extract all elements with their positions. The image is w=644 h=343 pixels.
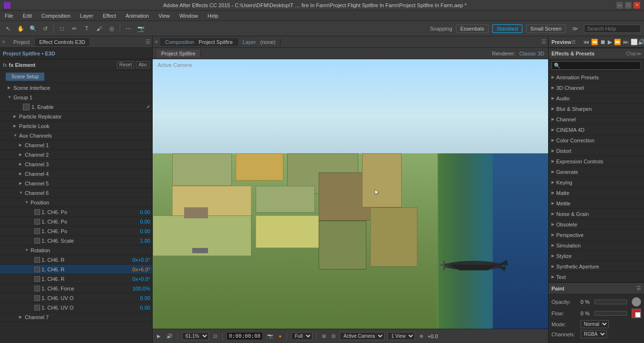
effect-cat-stylize[interactable]: Stylize — [549, 251, 644, 261]
prop-ch6-pos3[interactable]: 1. CH6. Po 0.00 — [0, 226, 152, 236]
workspace-standard[interactable]: Standard — [492, 24, 522, 33]
paint-menu[interactable]: ☰ — [636, 285, 641, 291]
effect-cat-matte[interactable]: Matte — [549, 188, 644, 198]
effect-cat-generate[interactable]: Generate — [549, 167, 644, 177]
prop-rotation[interactable]: Rotation — [0, 246, 152, 255]
prop-aux-channels[interactable]: Aux Channels — [0, 131, 152, 140]
opacity-slider[interactable] — [594, 300, 627, 304]
prop-channel3[interactable]: Channel 3 — [0, 160, 152, 169]
effect-reset-btn[interactable]: Reset — [117, 61, 134, 68]
effect-cat-synthetic-aperture[interactable]: Synthetic Aperture — [549, 261, 644, 272]
preview-prev[interactable]: ⏪ — [591, 39, 598, 45]
effect-cat-color-correction[interactable]: Color Correction — [549, 135, 644, 146]
effect-cat-text[interactable]: Text — [549, 272, 644, 282]
mode-select[interactable]: Normal — [581, 320, 609, 328]
effect-cat-cinema4d[interactable]: CINEMA 4D — [549, 125, 644, 135]
view-dropdown[interactable]: 1 View — [387, 332, 415, 340]
comp-title-tab[interactable]: Project Spitfire — [156, 50, 201, 57]
color-swatch-red[interactable] — [632, 309, 641, 318]
project-tab-close[interactable]: ✕ — [2, 40, 7, 44]
prop-ch6-rot2[interactable]: 1. CH6. R 0x+6.0° — [0, 265, 152, 274]
menu-window[interactable]: Window — [177, 12, 200, 20]
search-help-input[interactable] — [584, 24, 641, 33]
menu-animation[interactable]: Animation — [124, 12, 151, 20]
prop-enable[interactable]: 1. Enable ✓ — [0, 102, 152, 112]
preview-play[interactable]: ▶ — [608, 39, 612, 45]
prop-group1[interactable]: Group 1 — [0, 93, 152, 102]
effect-cat-3d-channel[interactable]: 3D Channel — [549, 83, 644, 93]
menu-effect[interactable]: Effect — [101, 12, 118, 20]
prop-ch6-rot3[interactable]: 1. CH6. R 0x+0.0° — [0, 274, 152, 284]
prop-channel5[interactable]: Channel 5 — [0, 179, 152, 188]
active-camera-dropdown[interactable]: Active Camera — [340, 332, 384, 340]
prop-ch6-pos1[interactable]: 1. CH6. Po 0.00 — [0, 207, 152, 217]
effect-cat-noise-grain[interactable]: Noise & Grain — [549, 209, 644, 219]
vp-color-btn[interactable]: ● — [277, 333, 283, 339]
prop-channel4[interactable]: Channel 4 — [0, 169, 152, 179]
effect-cat-obsolete[interactable]: Obsolete — [549, 219, 644, 230]
minimize-button[interactable]: — — [616, 2, 623, 9]
effect-cat-mettle[interactable]: Mettle — [549, 198, 644, 209]
preview-settings[interactable]: ⬜ — [631, 39, 638, 45]
menu-file[interactable]: File — [3, 12, 15, 20]
tab-effect-controls[interactable]: Effect Controls E3D — [35, 38, 89, 46]
prop-scene-interface[interactable]: Scene Interface — [0, 83, 152, 93]
workspace-small-screen[interactable]: Small Screen — [526, 24, 566, 33]
vp-fit-btn[interactable]: ⊡ — [212, 333, 218, 339]
prop-ch6-rot1[interactable]: 1. CH6. R 0x+0.0° — [0, 255, 152, 265]
text-tool[interactable]: T — [82, 23, 92, 34]
zoom-dropdown[interactable]: 61.1% — [182, 332, 209, 340]
scene-setup-btn[interactable]: Scene Setup — [6, 73, 44, 81]
zoom-tool[interactable]: 🔍 — [28, 23, 38, 34]
center-panel-menu[interactable]: ☰ — [541, 39, 546, 45]
comp-tab-close[interactable]: ✕ — [155, 40, 159, 44]
preview-menu[interactable]: ☰ — [571, 39, 576, 44]
prop-channel2[interactable]: Channel 2 — [0, 150, 152, 160]
color-swatch-white[interactable] — [635, 312, 641, 318]
quality-dropdown[interactable]: Full — [291, 332, 312, 340]
hand-tool[interactable]: ✋ — [15, 23, 26, 34]
prop-ch6-pos2[interactable]: 1. CH6. Po 0.00 — [0, 217, 152, 226]
workspace-menu[interactable]: ≫ — [570, 23, 580, 34]
preview-last[interactable]: ⏭ — [623, 39, 629, 45]
effect-cat-animation-presets[interactable]: Animation Presets — [549, 72, 644, 83]
prop-ch6-force[interactable]: 1. CH6. Force 100.0% — [0, 284, 152, 293]
tab-layer[interactable]: Layer (none) — [238, 38, 281, 46]
tab-composition[interactable]: Composition Project Spitfire — [160, 38, 238, 46]
prop-ch6-uvo2[interactable]: 1. CH6. UV O 0.00 — [0, 303, 152, 312]
puppet-tool[interactable]: ⋯ — [123, 23, 134, 34]
vp-audio-btn[interactable]: 🔊 — [165, 333, 174, 339]
menu-edit[interactable]: Edit — [21, 12, 34, 20]
effect-cat-perspective[interactable]: Perspective — [549, 230, 644, 240]
select-tool[interactable]: ↖ — [3, 23, 13, 34]
prop-channel1[interactable]: Channel 1 — [0, 140, 152, 150]
clone-tool[interactable]: ◎ — [106, 23, 117, 34]
preview-next[interactable]: ⏩ — [614, 39, 621, 45]
camera-tool[interactable]: 📷 — [135, 23, 146, 34]
close-button[interactable]: ✕ — [634, 2, 640, 9]
preview-first[interactable]: ⏮ — [583, 39, 589, 45]
rotate-tool[interactable]: ↺ — [40, 23, 51, 34]
prop-ch6-scale[interactable]: 1. CH6. Scale 1.00 — [0, 236, 152, 246]
preview-stop[interactable]: ⏹ — [600, 39, 606, 45]
left-panel-menu[interactable]: ☰ — [145, 39, 150, 45]
effect-cat-simulation[interactable]: Simulation — [549, 240, 644, 251]
preview-audio[interactable]: 🔊 — [638, 39, 644, 45]
effects-search-input[interactable] — [551, 61, 641, 70]
menu-help[interactable]: Help — [206, 12, 220, 20]
effect-cat-keying[interactable]: Keying — [549, 177, 644, 188]
prop-position[interactable]: Position — [0, 198, 152, 207]
tab-project[interactable]: Project — [10, 38, 33, 46]
prop-ch6-uvo1[interactable]: 1. CH6. UV O 0.00 — [0, 293, 152, 303]
menu-view[interactable]: View — [156, 12, 172, 20]
flow-slider[interactable] — [594, 311, 627, 316]
maximize-button[interactable]: □ — [625, 2, 632, 9]
effect-abo-btn[interactable]: Abo — [136, 61, 149, 68]
effect-cat-distort[interactable]: Distort — [549, 146, 644, 156]
effect-cat-blur-sharpen[interactable]: Blur & Sharpen — [549, 104, 644, 114]
brush-tool[interactable]: 🖌 — [94, 23, 104, 34]
prop-particle-look[interactable]: Particle Look — [0, 121, 152, 131]
vp-camera-btn[interactable]: 📷 — [266, 333, 274, 339]
rect-tool[interactable]: □ — [57, 23, 67, 34]
workspace-essentials[interactable]: Essentials — [456, 24, 488, 33]
